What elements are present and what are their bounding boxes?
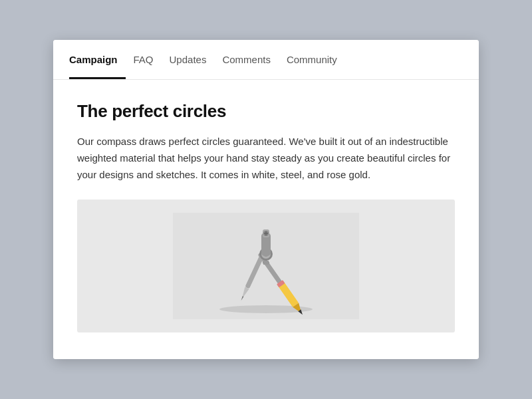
page-title: The perfect circles	[77, 101, 455, 122]
compass-illustration	[173, 213, 359, 319]
tab-faq[interactable]: FAQ	[126, 40, 162, 79]
svg-rect-19	[263, 261, 269, 265]
browser-window: Campaign FAQ Updates Comments Community …	[53, 40, 479, 358]
content-area: The perfect circles Our compass draws pe…	[53, 80, 479, 358]
product-image	[77, 200, 455, 332]
tab-updates[interactable]: Updates	[162, 40, 215, 79]
tab-comments[interactable]: Comments	[214, 40, 279, 79]
tab-community[interactable]: Community	[279, 40, 345, 79]
page-description: Our compass draws perfect circles guaran…	[77, 134, 455, 183]
tab-bar: Campaign FAQ Updates Comments Community	[53, 40, 479, 80]
tab-campaign[interactable]: Campaign	[69, 40, 126, 79]
